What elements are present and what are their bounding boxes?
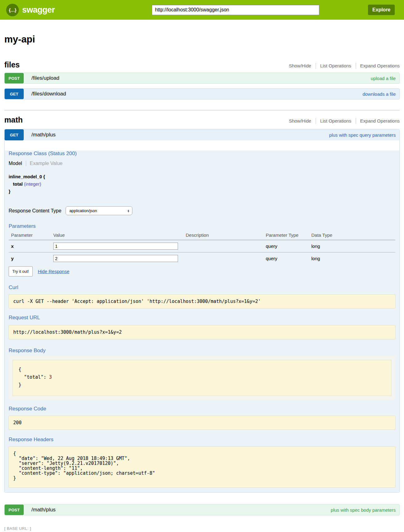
- get-method-badge: GET: [5, 129, 24, 140]
- parameters-table-header: Parameter Value Description Parameter Ty…: [9, 232, 395, 240]
- model-tabs: Model Example Value: [9, 161, 395, 166]
- col-description: Description: [186, 232, 266, 238]
- op-summary-link[interactable]: upload a file: [371, 76, 396, 81]
- col-value: Value: [53, 232, 186, 238]
- expand-operations-link[interactable]: Expand Operations: [356, 118, 400, 124]
- page-title: my-api: [4, 34, 400, 45]
- parameter-row-x: x query long: [9, 240, 395, 252]
- parameter-type: query: [266, 244, 311, 249]
- model-close-line: }: [9, 188, 395, 195]
- model-signature: inline_model_0 { total (integer) }: [9, 173, 395, 195]
- math-section-controls: Show/Hide List Operations Expand Operati…: [285, 118, 400, 124]
- hide-response-link[interactable]: Hide Response: [38, 269, 70, 274]
- model-property-type: (integer): [24, 181, 41, 187]
- parameter-x-input[interactable]: [53, 243, 178, 250]
- selected-content-type: application/json: [69, 208, 97, 213]
- get-method-badge: GET: [5, 89, 24, 99]
- json-prefix: { "total":: [18, 367, 49, 380]
- response-class-heading: Response Class (Status 200): [9, 151, 395, 157]
- main-content: my-api files Show/Hide List Operations E…: [0, 34, 404, 515]
- response-content-type-label: Response Content Type: [9, 208, 61, 214]
- model-open-line: inline_model_0 {: [9, 173, 395, 180]
- parameter-y-input[interactable]: [53, 255, 178, 262]
- response-body-container: { "total": 3 }: [9, 355, 395, 401]
- tab-example-value[interactable]: Example Value: [26, 161, 63, 166]
- spec-url-input[interactable]: [152, 5, 319, 15]
- parameter-name: x: [9, 244, 53, 249]
- col-parameter-type: Parameter Type: [266, 232, 311, 238]
- col-parameter: Parameter: [9, 232, 53, 238]
- op-path[interactable]: /math/plus: [31, 507, 55, 513]
- op-path[interactable]: /files/download: [31, 91, 66, 97]
- swagger-logo-icon: {…}: [6, 4, 19, 16]
- parameters-heading: Parameters: [9, 223, 395, 229]
- brand-name: swagger: [22, 5, 55, 15]
- response-content-type-select[interactable]: application/json ▲▼: [66, 206, 132, 215]
- json-suffix: }: [18, 382, 21, 388]
- base-url-footer: [ BASE URL: ]: [4, 526, 404, 531]
- swagger-brand[interactable]: {…} swagger: [6, 4, 76, 16]
- op-summary-link[interactable]: downloads a file: [362, 91, 396, 97]
- post-method-badge: POST: [5, 73, 24, 83]
- response-content-type-row: Response Content Type application/json ▲…: [9, 206, 395, 215]
- list-operations-link[interactable]: List Operations: [316, 63, 356, 69]
- show-hide-link[interactable]: Show/Hide: [285, 118, 316, 124]
- response-headers-box: { "date": "Wed, 22 Aug 2018 18:49:13 GMT…: [9, 446, 395, 488]
- tab-model[interactable]: Model: [9, 161, 26, 166]
- op-summary-link[interactable]: plus with spec body parameters: [331, 507, 396, 513]
- col-data-type: Data Type: [311, 232, 395, 238]
- response-body-heading: Response Body: [9, 348, 395, 354]
- parameter-row-y: y query long: [9, 252, 395, 264]
- response-code-heading: Response Code: [9, 406, 395, 412]
- op-row-get-math-plus[interactable]: GET /math/plus plus with spec query para…: [5, 129, 399, 140]
- op-summary-link[interactable]: plus with spec query parameters: [329, 132, 396, 138]
- request-url-heading: Request URL: [9, 315, 395, 321]
- op-row-get-files-download[interactable]: GET /files/download downloads a file: [4, 88, 400, 99]
- section-divider: [4, 110, 400, 111]
- math-section-heading: math Show/Hide List Operations Expand Op…: [4, 115, 400, 124]
- section-title-files: files: [4, 60, 20, 69]
- show-hide-link[interactable]: Show/Hide: [285, 63, 316, 69]
- parameter-name: y: [9, 256, 53, 261]
- op-row-post-math-plus[interactable]: POST /math/plus plus with spec body para…: [4, 504, 400, 515]
- explore-button[interactable]: Explore: [368, 5, 395, 15]
- files-section-heading: files Show/Hide List Operations Expand O…: [4, 60, 400, 69]
- post-method-badge: POST: [5, 505, 24, 515]
- json-total-value: 3: [49, 374, 52, 380]
- op-path[interactable]: /files/upload: [31, 75, 59, 81]
- model-property-line: total (integer): [9, 180, 395, 188]
- request-url-box: http://localhost:3000/math/plus?x=1&y=2: [9, 325, 395, 339]
- op-row-post-files-upload[interactable]: POST /files/upload upload a file: [4, 73, 400, 84]
- model-property-name: total: [13, 181, 23, 187]
- files-section-controls: Show/Hide List Operations Expand Operati…: [285, 63, 400, 69]
- list-operations-link[interactable]: List Operations: [316, 118, 356, 124]
- parameter-type: query: [266, 256, 311, 261]
- operation-detail-panel: Response Class (Status 200) Model Exampl…: [5, 151, 399, 492]
- response-headers-heading: Response Headers: [9, 437, 395, 443]
- response-code-box: 200: [9, 416, 395, 430]
- expand-operations-link[interactable]: Expand Operations: [356, 63, 400, 69]
- op-expanded-get-math-plus: GET /math/plus plus with spec query para…: [4, 129, 400, 493]
- try-it-out-button[interactable]: Try it out!: [9, 266, 33, 276]
- header-bar: {…} swagger Explore: [0, 0, 404, 20]
- curl-command-box: curl -X GET --header 'Accept: applicatio…: [9, 294, 395, 308]
- op-path[interactable]: /math/plus: [31, 132, 55, 138]
- parameters-table: Parameter Value Description Parameter Ty…: [9, 232, 395, 264]
- select-arrows-icon: ▲▼: [127, 209, 129, 212]
- try-it-out-row: Try it out! Hide Response: [9, 266, 395, 276]
- curl-heading: Curl: [9, 284, 395, 291]
- section-title-math: math: [4, 115, 23, 124]
- response-body-json: { "total": 3 }: [13, 360, 391, 396]
- parameter-data-type: long: [311, 256, 395, 261]
- parameter-data-type: long: [311, 244, 395, 249]
